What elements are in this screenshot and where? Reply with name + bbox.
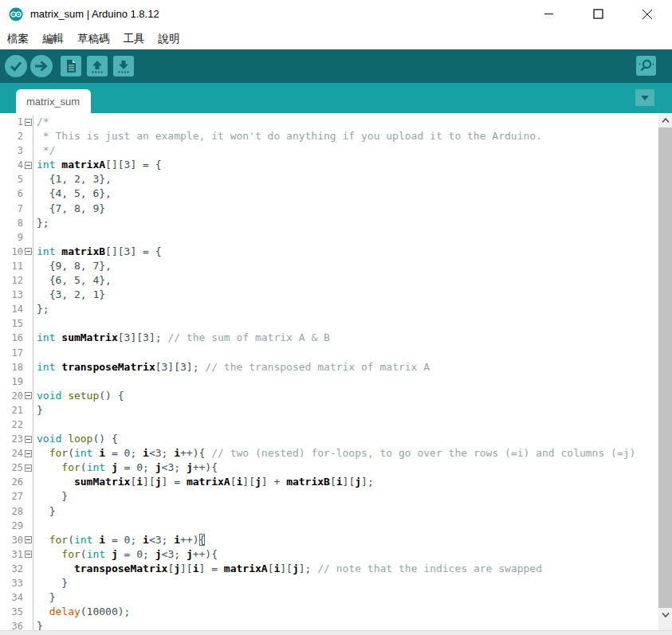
close-button[interactable] [623,0,672,28]
line-number: 12 [12,273,23,288]
line-number: 32 [12,562,23,576]
code-line: 36} [0,619,658,630]
code-line: 21} [0,403,658,417]
gutter: 1 [0,115,33,129]
gutter: 4 [0,158,33,172]
fold-marker-icon[interactable] [25,119,32,126]
serial-monitor-button[interactable] [636,56,656,76]
code-line: 12 {6, 5, 4}, [0,273,658,288]
gutter: 19 [0,374,33,389]
line-number: 36 [12,619,23,630]
verify-button[interactable] [5,55,27,77]
code-text: transposeMatrix[j][i] = matrixA[i][j]; /… [33,562,542,576]
code-line: 11 {9, 8, 7}, [0,259,658,273]
code-text: void loop() { [33,432,118,446]
menu-item-edit[interactable]: 編輯 [42,32,64,46]
code-text: } [33,619,43,630]
gutter: 14 [0,302,33,316]
line-number: 21 [12,403,23,417]
editor-region: 1/*2 * This is just an example, it won't… [0,113,672,630]
gutter: 3 [0,143,33,158]
gutter: 27 [0,489,33,504]
line-number: 4 [18,158,23,172]
code-line: 33 } [0,576,658,590]
code-line: 14}; [0,302,658,316]
fold-marker-icon[interactable] [25,464,32,472]
scroll-up-button[interactable] [658,113,672,127]
open-button[interactable] [87,56,108,76]
gutter: 29 [0,519,33,533]
code-text: * This is just an example, it won't do a… [33,129,542,143]
fold-marker-icon[interactable] [25,162,32,169]
tab-label: matrix_sum [26,96,80,108]
gutter: 10 [0,245,33,259]
line-number: 10 [12,245,23,259]
gutter: 7 [0,202,33,216]
close-icon [642,9,653,20]
menu-item-sketch[interactable]: 草稿碼 [77,32,110,46]
fold-marker-icon[interactable] [25,536,32,543]
code-line: 16int sumMatrix[3][3]; // the sum of mat… [0,331,658,345]
minimize-button[interactable] [524,0,573,28]
code-line: 18int transposeMatrix[3][3]; // the tran… [0,360,658,374]
scroll-down-button[interactable] [658,608,672,622]
toolbar [0,49,672,83]
code-line: 6 {4, 5, 6}, [0,186,658,201]
gutter: 34 [0,590,33,605]
menu-item-help[interactable]: 說明 [159,32,180,46]
code-text: {7, 8, 9} [33,202,105,216]
code-text: for(int i = 0; i<3; i++){ [33,533,205,547]
maximize-icon [593,9,603,19]
code-text: } [33,590,55,605]
fold-marker-icon[interactable] [25,248,32,255]
gutter: 21 [0,403,33,417]
arrow-right-circle-icon [30,68,53,80]
code-text: } [33,489,68,504]
fold-marker-icon[interactable] [25,436,32,443]
check-circle-icon [5,68,27,80]
scrollbar-thumb[interactable] [658,127,672,608]
line-number: 31 [12,547,23,562]
maximize-button[interactable] [573,0,623,28]
line-number: 35 [12,605,23,619]
code-line: 35 delay(10000); [0,605,658,619]
code-line: 24 for(int i = 0; i<3; i++){ // two (nes… [0,446,658,461]
line-number: 24 [12,446,23,461]
line-number: 26 [12,475,23,489]
code-text: }; [33,302,49,316]
line-number: 28 [12,504,23,519]
tab-bar: matrix_sum [0,83,672,113]
gutter: 11 [0,259,33,273]
menu-item-file[interactable]: 檔案 [7,32,29,46]
code-line: 4int matrixA[][3] = { [0,158,658,172]
code-line: 5 {1, 2, 3}, [0,172,658,186]
menu-item-tools[interactable]: 工具 [124,32,145,46]
code-line: 28 } [0,504,658,519]
fold-marker-icon[interactable] [25,392,32,399]
code-text: int matrixB[][3] = { [33,245,162,259]
save-button[interactable] [113,56,134,76]
gutter: 25 [0,461,33,475]
upload-button[interactable] [30,55,53,77]
new-sketch-button[interactable] [61,56,81,76]
code-text: {4, 5, 6}, [33,186,112,201]
gutter: 24 [0,446,33,461]
fold-marker-icon[interactable] [25,450,32,457]
code-line: 27 } [0,489,658,504]
tab-matrix-sum[interactable]: matrix_sum [16,89,91,113]
code-line: 34 } [0,590,658,605]
gutter: 33 [0,576,33,590]
code-text: int matrixA[][3] = { [33,158,162,172]
fold-marker-icon[interactable] [25,551,32,558]
code-line: 25 for(int j = 0; j<3; j++){ [0,461,658,475]
arrow-up-tray-icon [87,67,108,79]
gutter: 16 [0,331,33,345]
code-line: 26 sumMatrix[i][j] = matrixA[i][j] + mat… [0,475,658,489]
tab-menu-button[interactable] [635,89,654,106]
vertical-scrollbar [658,113,672,630]
code-editor[interactable]: 1/*2 * This is just an example, it won't… [0,113,658,630]
line-number: 2 [18,129,23,143]
line-number: 17 [12,346,23,360]
gutter: 20 [0,389,33,403]
code-line: 13 {3, 2, 1} [0,288,658,302]
